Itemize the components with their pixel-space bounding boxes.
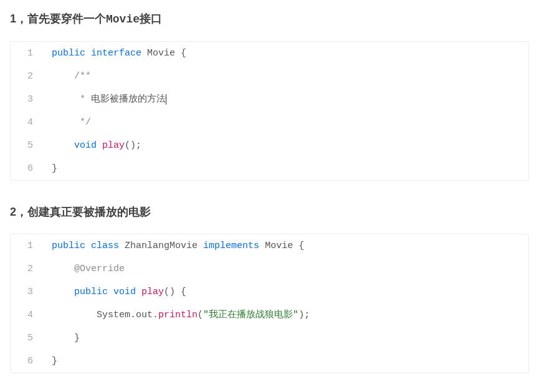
code-line: System.out.println("我正在播放战狼电影"); (41, 304, 528, 327)
token (119, 241, 125, 251)
code-block: 1public interface Movie {2 /**3 * 电影被播放的… (10, 41, 529, 181)
code-row: 4 System.out.println("我正在播放战狼电影"); (11, 304, 528, 327)
token-kw: public (74, 287, 108, 297)
token-punct: } (74, 333, 80, 343)
token-type: Movie (265, 241, 293, 251)
token (198, 241, 203, 251)
code-row: 5 void play(); (11, 134, 528, 157)
token (85, 48, 91, 59)
token (52, 71, 74, 82)
token-punct: () { (164, 287, 186, 297)
token (293, 241, 298, 251)
token-cursor (166, 94, 166, 105)
token (52, 117, 80, 128)
code-line: */ (41, 111, 528, 134)
code-line: void play(); (41, 134, 528, 157)
line-number: 5 (11, 327, 41, 350)
token-punct: ); (298, 310, 310, 320)
code-row: 3 public void play() { (11, 280, 528, 304)
token-ann: * (80, 94, 91, 105)
code-row: 2 /** (11, 65, 528, 88)
token-kw: public (52, 241, 85, 251)
token-punct: } (52, 163, 57, 174)
token (52, 94, 80, 105)
token (141, 48, 147, 59)
line-number: 1 (11, 234, 41, 257)
token-kw: interface (91, 48, 141, 59)
token-type: 电影被播放的方法 (91, 94, 166, 105)
token (52, 140, 74, 151)
line-number: 4 (11, 111, 41, 134)
heading-text: 接口 (140, 12, 162, 25)
token (97, 140, 102, 151)
code-line: public interface Movie { (41, 42, 528, 65)
code-block: 1public class ZhanlangMovie implements M… (10, 234, 529, 373)
token-kw: implements (203, 241, 259, 251)
token (259, 241, 265, 251)
line-number: 5 (11, 134, 41, 157)
token-punct: } (52, 356, 57, 366)
token (175, 48, 181, 59)
code-row: 4 */ (11, 111, 528, 134)
code-row: 3 * 电影被播放的方法 (11, 88, 528, 111)
token-fn: play (141, 287, 164, 297)
token-kw: public (52, 48, 85, 59)
token-ann: @Override (74, 264, 125, 274)
code-line: public void play() { (41, 280, 528, 304)
heading-text: 2，创建真正要被播放的电影 (10, 206, 151, 218)
token-punct: ( (198, 310, 203, 320)
code-line: } (41, 327, 528, 350)
token (85, 241, 91, 251)
line-number: 3 (11, 88, 41, 111)
heading-mono: Movie (106, 13, 140, 26)
code-line: } (41, 350, 528, 373)
token-fn: play (102, 140, 125, 151)
token (108, 287, 113, 297)
line-number: 3 (11, 280, 41, 304)
code-line: /** (41, 65, 528, 88)
token-kw: void (113, 287, 136, 297)
section-heading: 1，首先要穿件一个Movie接口 (10, 10, 529, 29)
token-punct: (); (125, 140, 141, 151)
token-type: Movie (147, 48, 175, 59)
token-type: ZhanlangMovie (125, 241, 198, 251)
code-row: 5 } (11, 327, 528, 350)
token-fn: println (158, 310, 198, 320)
code-row: 1public interface Movie { (11, 42, 528, 65)
code-row: 6} (11, 157, 528, 180)
token-punct: { (298, 241, 304, 251)
token-str: "我正在播放战狼电影" (203, 310, 298, 320)
token-kw: void (74, 140, 97, 151)
line-number: 2 (11, 257, 41, 280)
token-type: out (136, 310, 153, 320)
token-punct: . (130, 310, 136, 320)
token (52, 287, 74, 297)
token-type: System (97, 310, 130, 320)
token (136, 287, 141, 297)
token-ann: */ (80, 117, 91, 128)
token-punct: . (153, 310, 158, 320)
code-line: public class ZhanlangMovie implements Mo… (41, 234, 528, 257)
line-number: 2 (11, 65, 41, 88)
token-punct: { (181, 48, 186, 59)
heading-text: 1，首先要穿件一个 (10, 12, 106, 25)
line-number: 1 (11, 42, 41, 65)
token (52, 310, 97, 320)
section-heading: 2，创建真正要被播放的电影 (10, 203, 529, 221)
code-row: 2 @Override (11, 257, 528, 280)
token (52, 333, 74, 343)
code-row: 1public class ZhanlangMovie implements M… (11, 234, 528, 257)
token-kw: class (91, 241, 119, 251)
token-ann: /** (74, 71, 91, 82)
code-line: @Override (41, 257, 528, 280)
code-row: 6} (11, 350, 528, 373)
token (52, 264, 74, 274)
code-line: } (41, 157, 528, 180)
code-line: * 电影被播放的方法 (41, 88, 528, 111)
line-number: 6 (11, 350, 41, 373)
line-number: 6 (11, 157, 41, 180)
line-number: 4 (11, 304, 41, 327)
